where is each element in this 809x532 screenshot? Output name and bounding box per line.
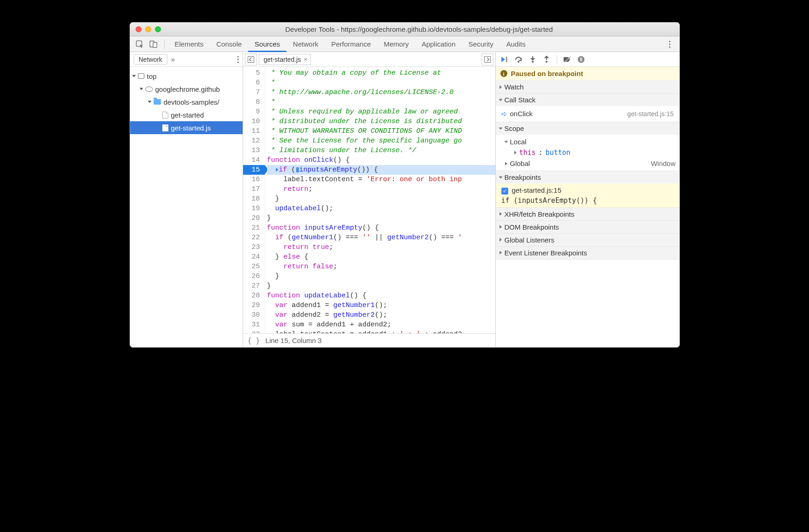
panel-tab-security[interactable]: Security xyxy=(462,36,500,52)
section-header-global-listeners[interactable]: Global Listeners xyxy=(496,234,679,246)
editor-header: get-started.js × xyxy=(243,52,495,67)
current-frame-icon: ➪ xyxy=(501,110,507,118)
section-callstack: Call Stack ➪onClick get-started.js:15 xyxy=(496,94,679,122)
scope-local[interactable]: Local xyxy=(496,136,679,147)
content-area: Network » top googlechrome.github devtoo… xyxy=(130,52,679,347)
folder-icon xyxy=(154,99,161,105)
file-icon xyxy=(162,124,168,131)
file-icon xyxy=(162,112,168,118)
close-tab-icon[interactable]: × xyxy=(303,56,307,63)
pause-exceptions-icon[interactable] xyxy=(577,56,586,63)
call-frame[interactable]: ➪onClick get-started.js:15 xyxy=(496,108,679,120)
pretty-print-icon[interactable]: { } xyxy=(248,337,260,345)
svg-point-6 xyxy=(237,56,238,57)
navigator-header: Network » xyxy=(130,52,243,67)
section-header-callstack[interactable]: Call Stack xyxy=(496,94,679,106)
minimize-window-button[interactable] xyxy=(145,26,151,32)
scope-variable[interactable]: this: button xyxy=(496,147,679,158)
close-window-button[interactable] xyxy=(136,26,142,32)
section-title: Scope xyxy=(505,124,524,132)
tree-node-origin[interactable]: googlechrome.github xyxy=(130,83,243,95)
panel-tab-elements[interactable]: Elements xyxy=(168,36,210,52)
editor-tab[interactable]: get-started.js × xyxy=(259,54,311,65)
device-mode-icon[interactable] xyxy=(148,38,160,50)
svg-point-4 xyxy=(669,43,670,45)
section-header-breakpoints[interactable]: Breakpoints xyxy=(496,171,679,183)
breakpoint-label: get-started.js:15 xyxy=(512,186,562,194)
deactivate-breakpoints-icon[interactable] xyxy=(563,56,572,63)
separator xyxy=(557,55,557,64)
call-location[interactable]: get-started.js:15 xyxy=(627,110,673,118)
inspect-icon[interactable] xyxy=(134,38,146,50)
panel-tab-network[interactable]: Network xyxy=(286,36,325,52)
navigator-more-icon[interactable] xyxy=(237,56,239,63)
line-gutter[interactable]: 5678910111213141516171819202122232425262… xyxy=(243,67,265,333)
traffic-lights xyxy=(136,26,161,32)
code-editor[interactable]: 5678910111213141516171819202122232425262… xyxy=(243,67,495,333)
section-header-watch[interactable]: Watch xyxy=(496,81,679,93)
section-title: Call Stack xyxy=(505,96,536,104)
var-name: this xyxy=(519,148,536,157)
paused-banner: i Paused on breakpoint xyxy=(496,67,679,81)
more-tabs-icon[interactable]: » xyxy=(171,55,175,63)
scope-label: Local xyxy=(510,138,527,146)
tree-label: get-started.js xyxy=(171,124,211,132)
step-into-icon[interactable] xyxy=(528,56,537,63)
panel-tabs: ElementsConsoleSourcesNetworkPerformance… xyxy=(168,36,532,52)
editor-pane: get-started.js × 56789101112131415161718… xyxy=(243,52,496,347)
step-over-icon[interactable] xyxy=(514,56,523,63)
svg-point-13 xyxy=(532,61,534,63)
panel-tab-audits[interactable]: Audits xyxy=(500,36,532,52)
tree-node-file-selected[interactable]: get-started.js xyxy=(130,121,243,134)
panel-tab-console[interactable]: Console xyxy=(210,36,248,52)
separator xyxy=(164,40,165,49)
tree-node-file[interactable]: get-started xyxy=(130,108,243,121)
svg-point-12 xyxy=(518,61,519,63)
call-fn-name: onClick xyxy=(510,110,533,118)
step-out-icon[interactable] xyxy=(542,56,551,63)
svg-point-14 xyxy=(546,61,547,63)
resume-icon[interactable] xyxy=(500,56,510,63)
svg-rect-18 xyxy=(581,58,582,61)
scope-label: Global xyxy=(510,160,530,167)
panel-tab-performance[interactable]: Performance xyxy=(325,36,377,52)
more-menu-icon[interactable] xyxy=(663,41,677,48)
code-lines[interactable]: * You may obtain a copy of the License a… xyxy=(265,67,495,333)
tree-label: top xyxy=(147,72,157,80)
var-value: button xyxy=(546,148,571,157)
zoom-window-button[interactable] xyxy=(155,26,161,32)
toggle-debugger-icon[interactable] xyxy=(482,53,494,65)
section-header-event-listeners[interactable]: Event Listener Breakpoints xyxy=(496,247,679,259)
section-header-scope[interactable]: Scope xyxy=(496,122,679,135)
tree-node-top[interactable]: top xyxy=(130,70,243,83)
panel-tab-sources[interactable]: Sources xyxy=(248,36,286,52)
section-title: Global Listeners xyxy=(505,236,554,244)
breakpoint-item[interactable]: ✓get-started.js:15 if (inputsAreEmpty())… xyxy=(496,183,679,207)
breakpoint-code: if (inputsAreEmpty()) { xyxy=(501,196,674,205)
breakpoint-checkbox[interactable]: ✓ xyxy=(501,188,508,195)
scope-global[interactable]: GlobalWindow xyxy=(496,158,679,169)
svg-point-5 xyxy=(669,46,670,47)
editor-tab-label: get-started.js xyxy=(264,56,301,63)
section-breakpoints: Breakpoints ✓get-started.js:15 if (input… xyxy=(496,171,679,208)
svg-rect-9 xyxy=(248,56,254,62)
panel-tab-memory[interactable]: Memory xyxy=(377,36,415,52)
cloud-icon xyxy=(145,87,153,92)
navigator-tab-network[interactable]: Network xyxy=(134,54,167,65)
panel-tab-application[interactable]: Application xyxy=(415,36,462,52)
section-watch: Watch xyxy=(496,81,679,94)
editor-status-bar: { } Line 15, Column 3 xyxy=(243,333,495,347)
svg-point-3 xyxy=(669,41,670,42)
section-global-listeners: Global Listeners xyxy=(496,234,679,247)
tree-node-folder[interactable]: devtools-samples/ xyxy=(130,95,243,108)
section-dom: DOM Breakpoints xyxy=(496,221,679,234)
navigator-pane: Network » top googlechrome.github devtoo… xyxy=(130,52,243,347)
section-title: DOM Breakpoints xyxy=(505,223,559,231)
section-title: Breakpoints xyxy=(505,173,541,181)
info-icon: i xyxy=(500,70,507,77)
section-scope: Scope Local this: button GlobalWindow xyxy=(496,122,679,171)
toggle-navigator-icon[interactable] xyxy=(245,53,257,65)
section-header-xhr[interactable]: XHR/fetch Breakpoints xyxy=(496,208,679,220)
titlebar[interactable]: Developer Tools - https://googlechrome.g… xyxy=(130,23,679,36)
section-header-dom[interactable]: DOM Breakpoints xyxy=(496,221,679,233)
